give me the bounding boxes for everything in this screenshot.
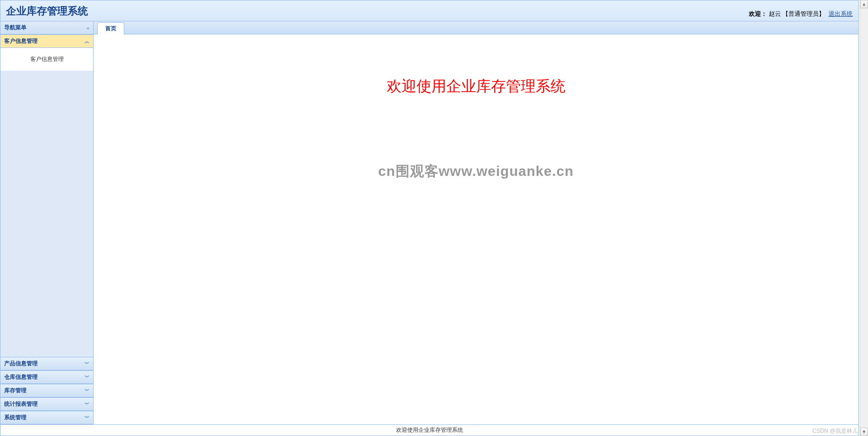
scroll-down-button[interactable]: ▼ [860,428,868,436]
vertical-scrollbar[interactable]: ▲ ▼ [860,0,868,436]
app-container: 企业库存管理系统 欢迎： 赵云 【普通管理员】 退出系统 导航菜单 « 客户信息… [0,0,859,436]
header-user-info: 欢迎： 赵云 【普通管理员】 退出系统 [749,10,853,18]
nav-section-reports[interactable]: 统计报表管理 ︾ [0,397,93,411]
scroll-track[interactable] [860,8,868,428]
nav-section-product[interactable]: 产品信息管理 ︾ [0,357,93,370]
app-title: 企业库存管理系统 [6,4,853,18]
nav-section-label: 统计报表管理 [4,400,38,408]
chevron-up-icon: ︽ [85,38,89,45]
collapse-sidebar-icon[interactable]: « [87,25,89,31]
footer: 欢迎使用企业库存管理系统 [0,424,858,436]
chevron-down-icon: ︾ [85,374,89,381]
nav-section-customer-content: 客户信息管理 [0,48,93,71]
tab-content-home: 欢迎使用企业库存管理系统 cn围观客www.weiguanke.cn [94,34,858,424]
nav-section-customer[interactable]: 客户信息管理 ︽ [0,34,93,48]
welcome-label: 欢迎： [749,10,767,17]
header: 企业库存管理系统 欢迎： 赵云 【普通管理员】 退出系统 [0,0,858,21]
sidebar: 导航菜单 « 客户信息管理 ︽ 客户信息管理 产品信息管理 ︾ [0,21,94,424]
nav-section-inventory[interactable]: 库存管理 ︾ [0,384,93,397]
sidebar-title-label: 导航菜单 [4,24,27,32]
chevron-down-icon: ︾ [85,388,89,394]
nav-section-label: 产品信息管理 [4,360,38,368]
tabs-bar: 首页 [94,21,858,34]
user-name: 赵云 [769,10,781,17]
chevron-down-icon: ︾ [85,401,89,408]
watermark-text: cn围观客www.weiguanke.cn [94,162,858,181]
nav-section-label: 仓库信息管理 [4,373,38,381]
nav-section-label: 库存管理 [4,387,27,395]
nav-section-label: 系统管理 [4,414,27,422]
footer-text: 欢迎使用企业库存管理系统 [396,427,463,433]
sidebar-title-bar[interactable]: 导航菜单 « [0,21,93,34]
nav-section-warehouse[interactable]: 仓库信息管理 ︾ [0,370,93,384]
tab-home[interactable]: 首页 [97,22,124,34]
chevron-down-icon: ︾ [85,361,89,367]
logout-link[interactable]: 退出系统 [828,10,853,17]
user-role: 【普通管理员】 [782,10,825,17]
nav-section-label: 客户信息管理 [4,37,38,45]
chevron-down-icon: ︾ [85,415,89,421]
scroll-up-button[interactable]: ▲ [860,0,868,8]
nav-section-system[interactable]: 系统管理 ︾ [0,411,93,424]
nav-accordion: 客户信息管理 ︽ 客户信息管理 产品信息管理 ︾ 仓库信息管理 ︾ [0,34,93,424]
main-area: 首页 欢迎使用企业库存管理系统 cn围观客www.weiguanke.cn [94,21,858,424]
csdn-credit: CSDN @我是林儿 [812,427,858,435]
body: 导航菜单 « 客户信息管理 ︽ 客户信息管理 产品信息管理 ︾ [0,21,858,424]
welcome-heading: 欢迎使用企业库存管理系统 [94,76,858,97]
nav-item-customer-info[interactable]: 客户信息管理 [0,53,93,66]
